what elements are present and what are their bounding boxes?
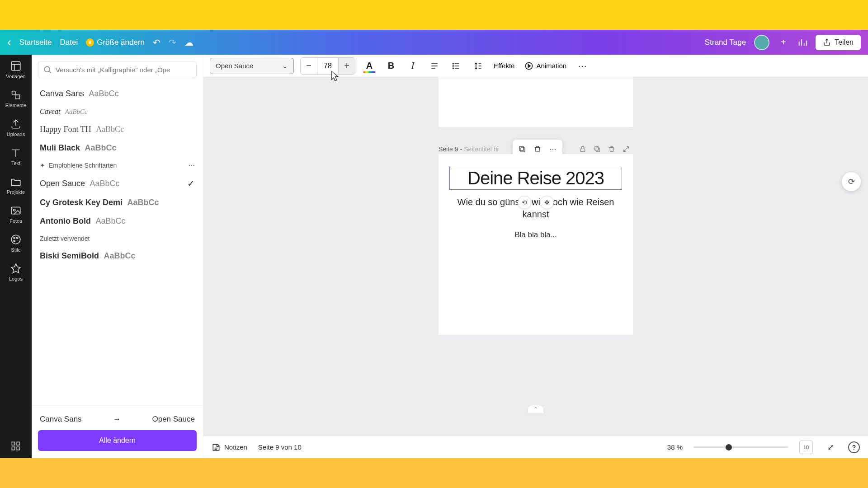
animation-icon — [524, 61, 533, 70]
more-icon[interactable]: ⋯ — [189, 162, 195, 169]
svg-rect-21 — [596, 148, 599, 151]
page-thumbnails-toggle[interactable]: ⌃ — [528, 405, 544, 413]
recommended-header: ✦Empfohlene Schriftarten ⋯ — [32, 157, 203, 174]
font-row[interactable]: Happy Font TH AaBbCc — [32, 120, 203, 139]
help-icon[interactable]: ? — [848, 441, 860, 453]
more-options-icon[interactable]: ⋯ — [575, 58, 590, 74]
undo-icon[interactable]: ↶ — [153, 37, 160, 48]
grid-view-button[interactable]: 10 — [799, 441, 813, 454]
zoom-slider[interactable] — [693, 446, 788, 448]
svg-point-13 — [44, 66, 50, 72]
font-swap-footer: Canva Sans → Open Sauce Alle ändern — [32, 405, 203, 458]
bold-button[interactable]: B — [383, 58, 399, 74]
change-all-button[interactable]: Alle ändern — [38, 430, 197, 451]
font-search-input[interactable] — [56, 66, 192, 74]
status-bar: Notizen Seite 9 von 10 38 % 10 ⤢ ? — [203, 436, 868, 458]
redo-icon[interactable]: ↷ — [169, 37, 176, 48]
rail-photos[interactable]: Fotos — [9, 205, 22, 224]
crown-icon: ♛ — [86, 38, 94, 47]
rotate-handle-icon[interactable]: ⟲ — [518, 196, 531, 209]
text-color-button[interactable]: A — [362, 58, 377, 74]
rail-text[interactable]: Text — [10, 147, 22, 166]
editor-area: Open Sauce⌄ − + A B I Effekte Animation … — [203, 55, 868, 458]
page-number-label: Seite 9 — [439, 145, 458, 153]
zoom-label: 38 % — [667, 443, 683, 451]
font-row[interactable]: Biski SemiBold AaBbCc — [32, 247, 203, 265]
current-page[interactable]: Deine Reise 2023 Wie du so günstig wie n… — [439, 154, 633, 335]
align-button[interactable] — [427, 58, 442, 74]
font-search[interactable] — [38, 61, 197, 78]
rail-uploads[interactable]: Uploads — [7, 118, 25, 137]
svg-rect-10 — [17, 442, 19, 445]
font-size-input[interactable] — [317, 58, 339, 74]
insights-icon[interactable] — [797, 38, 807, 47]
share-button[interactable]: Teilen — [816, 35, 861, 50]
svg-rect-12 — [17, 447, 19, 450]
svg-rect-19 — [519, 146, 524, 150]
regenerate-button[interactable]: ⟳ — [842, 172, 861, 191]
text-toolbar: Open Sauce⌄ − + A B I Effekte Animation … — [203, 55, 868, 77]
nav-rail: Vorlagen Elemente Uploads Text Projekte … — [0, 55, 32, 458]
animation-button[interactable]: Animation — [523, 61, 568, 70]
rail-logos[interactable]: Logos — [9, 263, 23, 282]
list-button[interactable] — [448, 58, 464, 74]
fullscreen-icon[interactable]: ⤢ — [824, 441, 837, 454]
font-panel: Canva Sans AaBbCc Caveat AaBbCc Happy Fo… — [32, 55, 203, 458]
spacing-button[interactable] — [470, 58, 486, 74]
font-size-group: − + — [300, 57, 355, 75]
canvas[interactable]: Seite 9 - Seitentitel hi ⋯ Deine Reis — [203, 77, 868, 436]
check-icon: ✓ — [187, 178, 195, 189]
rail-elements[interactable]: Elemente — [5, 89, 26, 108]
svg-rect-22 — [595, 147, 599, 150]
svg-point-5 — [11, 235, 20, 244]
back-icon[interactable]: ‹ — [7, 35, 11, 49]
recent-header: Zuletzt verwendet — [32, 230, 203, 247]
font-row[interactable]: Canva Sans AaBbCc — [32, 84, 203, 103]
resize-button[interactable]: ♛Größe ändern — [86, 38, 145, 47]
page-title-placeholder[interactable]: Seitentitel hi — [464, 145, 498, 153]
font-size-decrease[interactable]: − — [301, 58, 317, 74]
svg-point-4 — [14, 209, 15, 211]
share-label: Teilen — [835, 38, 854, 47]
search-icon — [43, 65, 52, 74]
svg-rect-0 — [11, 61, 20, 70]
notes-button[interactable]: Notizen — [212, 443, 247, 452]
font-dropdown[interactable]: Open Sauce⌄ — [210, 58, 294, 74]
svg-rect-9 — [12, 442, 14, 445]
svg-rect-11 — [12, 447, 14, 450]
rail-projects[interactable]: Projekte — [7, 176, 25, 195]
home-link[interactable]: Startseite — [19, 38, 52, 47]
cloud-sync-icon[interactable]: ☁ — [184, 37, 193, 48]
page-title-text[interactable]: Deine Reise 2023 — [449, 167, 622, 190]
svg-point-16 — [453, 68, 454, 69]
font-row[interactable]: Antonio Bold AaBbCc — [32, 212, 203, 230]
svg-point-15 — [453, 66, 454, 66]
add-member-icon[interactable]: + — [778, 37, 789, 48]
project-name[interactable]: Strand Tage — [705, 38, 746, 47]
swap-to-label: Open Sauce — [152, 415, 195, 424]
effects-button[interactable]: Effekte — [492, 62, 516, 70]
font-row[interactable]: Muli Black AaBbCc — [32, 139, 203, 157]
svg-rect-20 — [580, 149, 585, 151]
file-menu[interactable]: Datei — [60, 38, 78, 47]
italic-button[interactable]: I — [405, 58, 420, 74]
app-topbar: ‹ Startseite Datei ♛Größe ändern ↶ ↷ ☁ S… — [0, 30, 868, 55]
font-row[interactable]: Cy Grotesk Key Demi AaBbCc — [32, 193, 203, 212]
svg-point-8 — [14, 240, 15, 242]
resize-label: Größe ändern — [97, 38, 145, 47]
font-row[interactable]: Caveat AaBbCc — [32, 103, 203, 120]
notes-icon — [212, 443, 221, 452]
rail-styles[interactable]: Stile — [10, 234, 22, 253]
font-row[interactable]: Open Sauce AaBbCc✓ — [32, 174, 203, 193]
svg-point-14 — [453, 63, 454, 64]
font-size-increase[interactable]: + — [339, 58, 355, 74]
svg-point-1 — [12, 91, 16, 95]
move-handle-icon[interactable]: ✥ — [540, 196, 554, 209]
rail-more[interactable] — [10, 440, 22, 452]
page-counter: Seite 9 von 10 — [258, 443, 302, 451]
user-avatar[interactable] — [754, 35, 769, 50]
page-body-text[interactable]: Bla bla bla... — [449, 230, 622, 239]
rail-templates[interactable]: Vorlagen — [6, 60, 25, 79]
share-icon — [823, 38, 831, 47]
previous-page-preview[interactable] — [439, 77, 633, 127]
